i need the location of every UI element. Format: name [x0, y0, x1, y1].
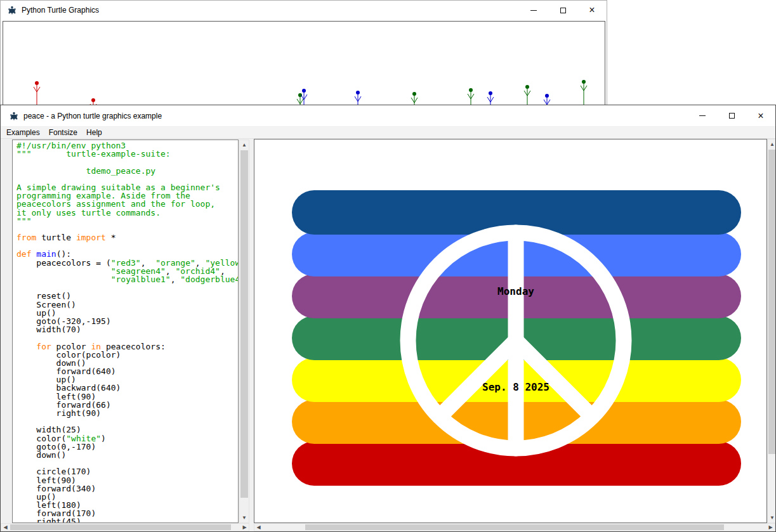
bg-titlebar: Python Turtle Graphics ×: [1, 1, 607, 20]
fg-titlebar: peace - a Python turtle graphics example…: [1, 105, 775, 127]
code-line: width(70): [16, 325, 238, 334]
stripe-red3: [292, 441, 741, 486]
menu-bar: ExamplesFontsizeHelp: [1, 127, 775, 139]
bg-maximize-button[interactable]: [548, 1, 577, 20]
peace-window: peace - a Python turtle graphics example…: [0, 105, 776, 532]
turtle-icon: [9, 111, 19, 121]
stripe-seagreen4: [292, 316, 741, 360]
code-hscroll-thumb[interactable]: [10, 524, 231, 530]
code-line: tdemo_peace.py: [16, 167, 238, 175]
maximize-icon: [560, 8, 566, 13]
scroll-left-icon[interactable]: ◀: [1, 524, 10, 531]
code-line: it only uses turtle commands.: [16, 209, 238, 217]
minimize-icon: [530, 10, 537, 11]
stripe-dodgerblue4: [292, 190, 741, 235]
minimize-icon: [699, 115, 706, 116]
day-label: Monday: [497, 285, 534, 297]
fg-minimize-button[interactable]: [688, 105, 717, 126]
scroll-down-icon[interactable]: ▼: [768, 513, 775, 522]
maximize-icon: [729, 113, 735, 119]
code-vertical-scrollbar[interactable]: ▲ ▼: [239, 139, 249, 523]
stripe-royalblue1: [292, 232, 741, 276]
bg-window-controls: ×: [519, 1, 607, 20]
scroll-down-icon[interactable]: ▼: [240, 513, 249, 522]
menu-item-help[interactable]: Help: [82, 127, 107, 138]
close-icon: ×: [758, 111, 763, 121]
scroll-right-icon[interactable]: ▶: [240, 524, 249, 531]
stripe-orange: [292, 399, 741, 444]
fg-window-controls: ×: [688, 105, 775, 126]
bg-close-button[interactable]: ×: [577, 1, 607, 20]
stripe-yellow: [292, 358, 741, 402]
canvas-vertical-scrollbar[interactable]: ▲ ▼: [767, 139, 775, 523]
code-line: right(90): [16, 409, 238, 417]
date-label: Sep. 8 2025: [482, 381, 549, 393]
code-line: down(): [16, 451, 238, 459]
code-line: "royalblue1", "dodgerblue4"): [16, 275, 238, 283]
bg-minimize-button[interactable]: [519, 1, 548, 20]
code-text[interactable]: #!/usr/bin/env python3""" turtle-example…: [12, 139, 239, 523]
fg-close-button[interactable]: ×: [746, 105, 775, 126]
canvas-horizontal-scrollbar[interactable]: ◀ ▶: [254, 523, 775, 531]
stripes: [254, 139, 766, 522]
canvas-hscroll-thumb[interactable]: [305, 524, 724, 530]
code-horizontal-scrollbar[interactable]: ◀ ▶: [1, 523, 249, 531]
turtle-canvas: Monday Sep. 8 2025: [254, 139, 767, 523]
turtle-icon: [7, 5, 17, 15]
fg-window-title: peace - a Python turtle graphics example: [23, 112, 162, 120]
scroll-right-icon[interactable]: ▶: [766, 524, 775, 531]
menu-item-examples[interactable]: Examples: [2, 127, 44, 138]
fg-maximize-button[interactable]: [717, 105, 746, 126]
code-line: """: [16, 217, 238, 225]
canvas-vscroll-thumb[interactable]: [768, 150, 775, 454]
close-icon: ×: [589, 5, 595, 15]
window-content: #!/usr/bin/env python3""" turtle-example…: [1, 139, 775, 531]
code-line: """ turtle-example-suite:: [16, 150, 238, 158]
scroll-left-icon[interactable]: ◀: [254, 524, 263, 531]
code-line: right(45): [16, 517, 238, 523]
scroll-up-icon[interactable]: ▲: [240, 140, 249, 150]
code-vscroll-thumb[interactable]: [240, 150, 248, 498]
scroll-up-icon[interactable]: ▲: [768, 139, 775, 149]
menu-item-fontsize[interactable]: Fontsize: [44, 127, 82, 138]
code-line: from turtle import *: [16, 233, 238, 242]
bg-window-title: Python Turtle Graphics: [22, 6, 99, 15]
